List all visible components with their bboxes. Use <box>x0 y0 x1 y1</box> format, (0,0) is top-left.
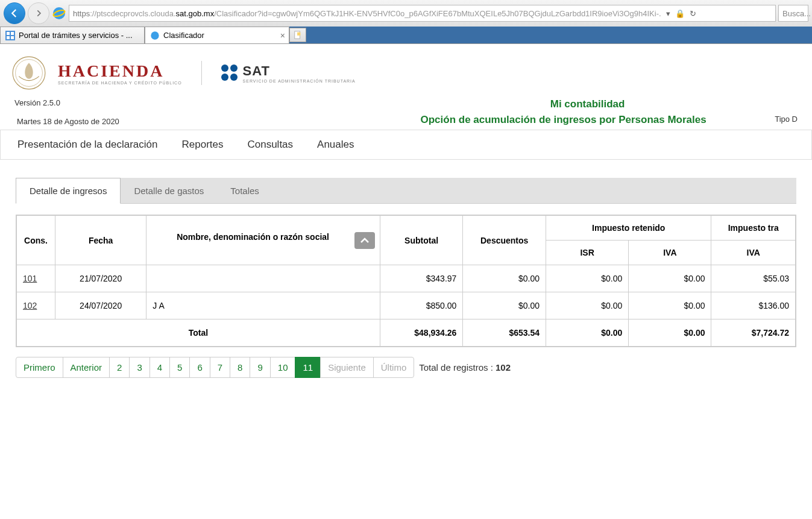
page-prev[interactable]: Anterior <box>63 357 110 378</box>
page-content: HACIENDA SECRETARÍA DE HACIENDA Y CRÉDIT… <box>0 44 812 378</box>
cell-fecha: 21/07/2020 <box>55 265 146 292</box>
tab-title: Clasificador <box>163 31 204 40</box>
back-button[interactable] <box>4 2 25 24</box>
cell-isr: $0.00 <box>546 292 628 319</box>
app-subtitle: Opción de acumulación de ingresos por Pe… <box>352 114 775 126</box>
tab-title: Portal de trámites y servicios - ... <box>19 31 133 40</box>
cell-nombre: J A <box>146 292 380 319</box>
col-cons: Cons. <box>17 216 55 265</box>
favicon-icon <box>5 31 15 40</box>
sat-logo: SAT SERVICIO DE ADMINISTRACIÓN TRIBUTARI… <box>221 63 356 83</box>
sat-title: SAT <box>243 63 356 79</box>
url-protocol: https <box>73 9 90 18</box>
browser-search-input[interactable]: Busca... <box>778 5 808 22</box>
refresh-icon[interactable]: ↻ <box>690 9 696 18</box>
main-menu: Presentación de la declaración Reportes … <box>0 130 812 160</box>
total-records-count: 102 <box>496 362 511 373</box>
svg-rect-3 <box>7 32 10 35</box>
total-isr: $0.00 <box>546 319 628 347</box>
sat-subtitle: SERVICIO DE ADMINISTRACIÓN TRIBUTARIA <box>243 79 356 83</box>
browser-tab-portal[interactable]: Portal de trámites y servicios - ... <box>0 27 145 43</box>
svg-rect-9 <box>297 33 300 36</box>
total-iva-tra: $7,724.72 <box>711 319 796 347</box>
new-tab-button[interactable] <box>289 28 306 42</box>
cell-subtotal: $850.00 <box>380 292 463 319</box>
page-icon <box>294 31 302 39</box>
date-label: Martes 18 de Agosto de 2020 <box>17 117 352 126</box>
cell-isr: $0.00 <box>546 265 628 292</box>
close-icon[interactable]: × <box>280 31 285 40</box>
page-number[interactable]: 6 <box>189 357 210 378</box>
menu-presentacion[interactable]: Presentación de la declaración <box>17 139 157 151</box>
total-label: Total <box>17 319 380 347</box>
page-number[interactable]: 4 <box>149 357 170 378</box>
total-descuentos: $653.54 <box>463 319 546 347</box>
page-number[interactable]: 9 <box>250 357 270 378</box>
menu-anuales[interactable]: Anuales <box>317 139 354 151</box>
total-records: Total de registros : 102 <box>419 362 511 373</box>
table-row: 101 21/07/2020 $343.97 $0.00 $0.00 $0.00… <box>17 265 796 292</box>
svg-rect-5 <box>7 36 10 39</box>
tab-totales[interactable]: Totales <box>217 178 272 203</box>
col-impuesto-retenido: Impuesto retenido <box>546 216 711 241</box>
page-first[interactable]: Primero <box>16 357 63 378</box>
cell-iva-tra: $55.03 <box>711 265 796 292</box>
address-bar[interactable]: https://ptscdecprovcls.clouda.sat.gob.mx… <box>69 5 776 22</box>
inner-tabs: Detalle de ingresos Detalle de gastos To… <box>16 178 796 204</box>
cons-link[interactable]: 101 <box>23 274 37 283</box>
menu-consultas[interactable]: Consultas <box>247 139 293 151</box>
mexico-seal-icon <box>12 56 46 90</box>
total-records-label: Total de registros : <box>419 362 496 373</box>
arrow-right-icon <box>34 9 43 17</box>
cell-iva-tra: $136.00 <box>711 292 796 319</box>
cell-iva-ret: $0.00 <box>629 265 711 292</box>
url-path: /Clasificador?id=cgw0wjYm6QGTkJ1HK-ENV5H… <box>214 9 661 18</box>
total-iva-ret: $0.00 <box>629 319 711 347</box>
chevron-up-icon <box>360 237 370 244</box>
collapse-button[interactable] <box>354 232 375 249</box>
page-number-current[interactable]: 11 <box>295 357 321 378</box>
cell-descuentos: $0.00 <box>463 265 546 292</box>
col-subtotal: Subtotal <box>380 216 463 265</box>
col-isr: ISR <box>546 241 628 265</box>
dropdown-icon[interactable]: ▾ <box>666 9 670 18</box>
cell-fecha: 24/07/2020 <box>55 292 146 319</box>
page-number[interactable]: 8 <box>230 357 250 378</box>
svg-rect-4 <box>11 32 14 35</box>
cell-subtotal: $343.97 <box>380 265 463 292</box>
page-number[interactable]: 7 <box>210 357 230 378</box>
svg-rect-6 <box>11 36 14 39</box>
hacienda-title: HACIENDA <box>58 61 182 81</box>
cell-nombre <box>146 265 380 292</box>
cell-iva-ret: $0.00 <box>629 292 711 319</box>
url-domain: sat.gob.mx <box>176 9 215 18</box>
forward-button[interactable] <box>28 2 49 24</box>
divider <box>201 61 202 85</box>
page-number[interactable]: 2 <box>109 357 130 378</box>
ie-icon <box>52 6 66 20</box>
pagination: Primero Anterior 2 3 4 5 6 7 8 9 10 11 S… <box>16 357 796 378</box>
table-total-row: Total $48,934.26 $653.54 $0.00 $0.00 $7,… <box>17 319 796 347</box>
table-row: 102 24/07/2020 J A $850.00 $0.00 $0.00 $… <box>17 292 796 319</box>
page-number[interactable]: 10 <box>270 357 296 378</box>
tab-detalle-gastos[interactable]: Detalle de gastos <box>121 178 217 203</box>
page-header: HACIENDA SECRETARÍA DE HACIENDA Y CRÉDIT… <box>0 44 812 95</box>
ie-icon <box>150 31 160 40</box>
tab-detalle-ingresos[interactable]: Detalle de ingresos <box>16 178 121 204</box>
cons-link[interactable]: 102 <box>23 301 37 310</box>
col-iva-ret: IVA <box>629 241 711 265</box>
income-table: Cons. Fecha Nombre, denominación o razón… <box>16 215 796 347</box>
menu-reportes[interactable]: Reportes <box>181 139 223 151</box>
col-nombre-label: Nombre, denominación o razón social <box>177 232 329 242</box>
hacienda-subtitle: SECRETARÍA DE HACIENDA Y CRÉDITO PÚBLICO <box>58 81 182 85</box>
hacienda-logo: HACIENDA SECRETARÍA DE HACIENDA Y CRÉDIT… <box>58 61 182 85</box>
browser-tab-clasificador[interactable]: Clasificador × <box>145 27 289 43</box>
page-number[interactable]: 3 <box>129 357 149 378</box>
tipo-label: Tipo D <box>775 115 798 126</box>
app-title: Mi contabilidad <box>400 98 775 110</box>
total-subtotal: $48,934.26 <box>380 319 463 347</box>
meta-row: Versión 2.5.0 Martes 18 de Agosto de 202… <box>0 95 812 126</box>
nav-bar: https://ptscdecprovcls.clouda.sat.gob.mx… <box>0 0 812 27</box>
page-number[interactable]: 5 <box>169 357 190 378</box>
page-next: Siguiente <box>320 357 374 378</box>
